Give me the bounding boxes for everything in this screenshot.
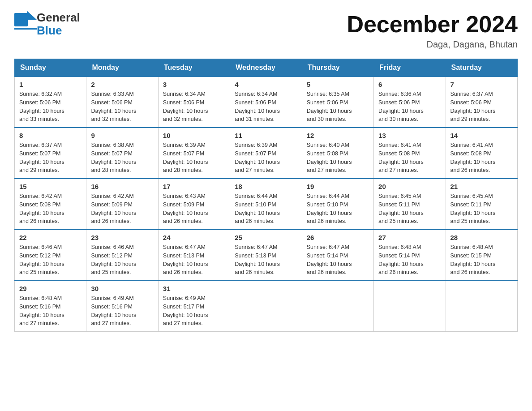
day-number: 25 (235, 234, 297, 241)
day-info: Sunrise: 6:44 AM Sunset: 5:10 PM Dayligh… (235, 192, 297, 226)
calendar-cell (302, 281, 373, 332)
location-text: Daga, Dagana, Bhutan (347, 39, 518, 50)
day-info: Sunrise: 6:42 AM Sunset: 5:09 PM Dayligh… (91, 192, 153, 226)
calendar-cell: 9 Sunrise: 6:38 AM Sunset: 5:07 PM Dayli… (86, 128, 158, 179)
day-number: 29 (19, 285, 82, 292)
day-info: Sunrise: 6:45 AM Sunset: 5:11 PM Dayligh… (450, 192, 513, 226)
header-saturday: Saturday (446, 59, 517, 77)
calendar-cell: 18 Sunrise: 6:44 AM Sunset: 5:10 PM Dayl… (230, 179, 302, 230)
day-number: 7 (450, 81, 513, 88)
day-number: 15 (19, 183, 82, 190)
day-info: Sunrise: 6:41 AM Sunset: 5:08 PM Dayligh… (450, 141, 513, 175)
day-info: Sunrise: 6:40 AM Sunset: 5:08 PM Dayligh… (307, 141, 369, 175)
day-number: 26 (307, 234, 369, 241)
calendar-cell: 26 Sunrise: 6:47 AM Sunset: 5:14 PM Dayl… (302, 230, 373, 281)
day-number: 19 (307, 183, 369, 190)
calendar-cell: 11 Sunrise: 6:39 AM Sunset: 5:07 PM Dayl… (230, 128, 302, 179)
calendar-cell: 22 Sunrise: 6:46 AM Sunset: 5:12 PM Dayl… (15, 230, 86, 281)
day-number: 13 (378, 132, 441, 139)
calendar-cell: 19 Sunrise: 6:44 AM Sunset: 5:10 PM Dayl… (302, 179, 373, 230)
calendar-cell: 13 Sunrise: 6:41 AM Sunset: 5:08 PM Dayl… (374, 128, 446, 179)
day-info: Sunrise: 6:47 AM Sunset: 5:13 PM Dayligh… (235, 243, 297, 277)
day-info: Sunrise: 6:38 AM Sunset: 5:07 PM Dayligh… (91, 141, 153, 175)
calendar-cell: 12 Sunrise: 6:40 AM Sunset: 5:08 PM Dayl… (302, 128, 373, 179)
calendar-cell: 7 Sunrise: 6:37 AM Sunset: 5:06 PM Dayli… (446, 77, 517, 128)
day-number: 10 (163, 132, 225, 139)
day-info: Sunrise: 6:46 AM Sunset: 5:12 PM Dayligh… (19, 243, 82, 277)
calendar-header-row: SundayMondayTuesdayWednesdayThursdayFrid… (15, 59, 518, 77)
day-info: Sunrise: 6:43 AM Sunset: 5:09 PM Dayligh… (163, 192, 225, 226)
calendar-cell: 14 Sunrise: 6:41 AM Sunset: 5:08 PM Dayl… (446, 128, 517, 179)
calendar-week-row: 15 Sunrise: 6:42 AM Sunset: 5:08 PM Dayl… (15, 179, 518, 230)
day-info: Sunrise: 6:37 AM Sunset: 5:07 PM Dayligh… (19, 141, 82, 175)
day-info: Sunrise: 6:48 AM Sunset: 5:14 PM Dayligh… (378, 243, 441, 277)
logo-icon (14, 11, 37, 38)
day-info: Sunrise: 6:32 AM Sunset: 5:06 PM Dayligh… (19, 90, 82, 124)
calendar-cell: 5 Sunrise: 6:35 AM Sunset: 5:06 PM Dayli… (302, 77, 373, 128)
day-number: 5 (307, 81, 369, 88)
logo-blue-text: Blue (37, 24, 80, 37)
title-block: December 2024 Daga, Dagana, Bhutan (347, 11, 518, 50)
day-number: 21 (450, 183, 513, 190)
calendar-cell: 30 Sunrise: 6:49 AM Sunset: 5:16 PM Dayl… (86, 281, 158, 332)
day-number: 24 (163, 234, 225, 241)
day-info: Sunrise: 6:49 AM Sunset: 5:17 PM Dayligh… (163, 294, 225, 328)
svg-rect-2 (14, 28, 37, 30)
calendar-cell: 24 Sunrise: 6:47 AM Sunset: 5:13 PM Dayl… (158, 230, 230, 281)
day-info: Sunrise: 6:48 AM Sunset: 5:15 PM Dayligh… (450, 243, 513, 277)
calendar-cell: 25 Sunrise: 6:47 AM Sunset: 5:13 PM Dayl… (230, 230, 302, 281)
calendar-cell: 29 Sunrise: 6:48 AM Sunset: 5:16 PM Dayl… (15, 281, 86, 332)
day-number: 4 (235, 81, 297, 88)
calendar-cell: 1 Sunrise: 6:32 AM Sunset: 5:06 PM Dayli… (15, 77, 86, 128)
calendar-cell: 17 Sunrise: 6:43 AM Sunset: 5:09 PM Dayl… (158, 179, 230, 230)
calendar-week-row: 29 Sunrise: 6:48 AM Sunset: 5:16 PM Dayl… (15, 281, 518, 332)
day-number: 3 (163, 81, 225, 88)
calendar-cell: 6 Sunrise: 6:36 AM Sunset: 5:06 PM Dayli… (374, 77, 446, 128)
day-number: 23 (91, 234, 153, 241)
day-info: Sunrise: 6:34 AM Sunset: 5:06 PM Dayligh… (163, 90, 225, 124)
calendar-cell: 16 Sunrise: 6:42 AM Sunset: 5:09 PM Dayl… (86, 179, 158, 230)
day-number: 12 (307, 132, 369, 139)
day-info: Sunrise: 6:45 AM Sunset: 5:11 PM Dayligh… (378, 192, 441, 226)
header-sunday: Sunday (15, 59, 86, 77)
day-number: 31 (163, 285, 225, 292)
calendar-week-row: 8 Sunrise: 6:37 AM Sunset: 5:07 PM Dayli… (15, 128, 518, 179)
svg-rect-0 (14, 13, 28, 26)
day-info: Sunrise: 6:33 AM Sunset: 5:06 PM Dayligh… (91, 90, 153, 124)
month-title: December 2024 (347, 11, 518, 38)
calendar-cell: 3 Sunrise: 6:34 AM Sunset: 5:06 PM Dayli… (158, 77, 230, 128)
header-tuesday: Tuesday (158, 59, 230, 77)
day-number: 30 (91, 285, 153, 292)
day-info: Sunrise: 6:47 AM Sunset: 5:13 PM Dayligh… (163, 243, 225, 277)
calendar-cell: 27 Sunrise: 6:48 AM Sunset: 5:14 PM Dayl… (374, 230, 446, 281)
calendar-cell: 28 Sunrise: 6:48 AM Sunset: 5:15 PM Dayl… (446, 230, 517, 281)
day-number: 11 (235, 132, 297, 139)
day-number: 20 (378, 183, 441, 190)
day-info: Sunrise: 6:42 AM Sunset: 5:08 PM Dayligh… (19, 192, 82, 226)
calendar-cell: 15 Sunrise: 6:42 AM Sunset: 5:08 PM Dayl… (15, 179, 86, 230)
day-number: 8 (19, 132, 82, 139)
day-info: Sunrise: 6:44 AM Sunset: 5:10 PM Dayligh… (307, 192, 369, 226)
day-info: Sunrise: 6:39 AM Sunset: 5:07 PM Dayligh… (163, 141, 225, 175)
day-info: Sunrise: 6:34 AM Sunset: 5:06 PM Dayligh… (235, 90, 297, 124)
logo-text: General Blue (37, 11, 80, 37)
day-info: Sunrise: 6:48 AM Sunset: 5:16 PM Dayligh… (19, 294, 82, 328)
day-info: Sunrise: 6:39 AM Sunset: 5:07 PM Dayligh… (235, 141, 297, 175)
day-number: 6 (378, 81, 441, 88)
day-number: 28 (450, 234, 513, 241)
day-number: 16 (91, 183, 153, 190)
calendar-table: SundayMondayTuesdayWednesdayThursdayFrid… (14, 59, 518, 332)
calendar-week-row: 22 Sunrise: 6:46 AM Sunset: 5:12 PM Dayl… (15, 230, 518, 281)
header-friday: Friday (374, 59, 446, 77)
day-number: 17 (163, 183, 225, 190)
day-info: Sunrise: 6:36 AM Sunset: 5:06 PM Dayligh… (378, 90, 441, 124)
calendar-cell: 2 Sunrise: 6:33 AM Sunset: 5:06 PM Dayli… (86, 77, 158, 128)
day-number: 2 (91, 81, 153, 88)
header-thursday: Thursday (302, 59, 373, 77)
calendar-cell: 23 Sunrise: 6:46 AM Sunset: 5:12 PM Dayl… (86, 230, 158, 281)
calendar-cell: 10 Sunrise: 6:39 AM Sunset: 5:07 PM Dayl… (158, 128, 230, 179)
day-number: 9 (91, 132, 153, 139)
logo-general-text: General (37, 11, 80, 24)
calendar-cell (374, 281, 446, 332)
day-info: Sunrise: 6:46 AM Sunset: 5:12 PM Dayligh… (91, 243, 153, 277)
